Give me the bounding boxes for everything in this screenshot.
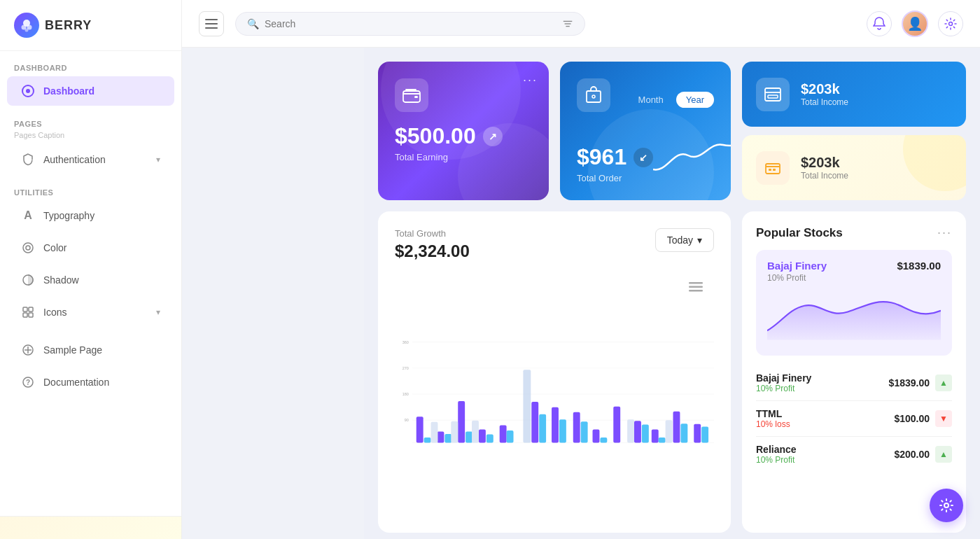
- order-header: Month Year: [577, 78, 714, 120]
- authentication-chevron-icon: ▾: [156, 155, 160, 164]
- svg-rect-65: [581, 421, 588, 442]
- app-name: BERRY: [45, 18, 92, 33]
- notification-button[interactable]: [867, 11, 892, 36]
- stock-info-reliance: Reliance 10% Profit: [756, 444, 797, 465]
- sidebar-bottom-widget: [0, 516, 181, 539]
- sidebar-item-sample-page[interactable]: Sample Page: [7, 335, 174, 365]
- sidebar-item-color[interactable]: Color: [7, 233, 174, 262]
- stock-row-ttml: TTML 10% loss $100.00 ▼: [756, 401, 952, 437]
- stock-right-bajaj: $1839.00 ▲: [889, 374, 952, 391]
- chart-menu-icon[interactable]: [689, 282, 703, 295]
- sidebar-logo: BERRY: [0, 0, 181, 51]
- bar-chart-svg: 360 270 180 90: [395, 275, 714, 513]
- income1-text: $203k Total Income: [801, 81, 848, 107]
- svg-rect-74: [673, 412, 680, 443]
- dashboard-icon: [21, 84, 35, 98]
- svg-rect-48: [437, 432, 444, 443]
- svg-rect-10: [29, 307, 33, 312]
- svg-rect-67: [600, 438, 607, 442]
- card-earning-more[interactable]: ···: [523, 73, 538, 88]
- order-mini-chart: [653, 134, 731, 183]
- topbar-right: 👤: [867, 10, 963, 37]
- svg-text:270: 270: [402, 366, 409, 370]
- settings-button[interactable]: [938, 11, 963, 36]
- featured-stock-name: Bajaj Finery: [767, 260, 827, 272]
- svg-point-3: [25, 29, 29, 32]
- svg-rect-31: [766, 164, 780, 174]
- stock-trend-down-icon: ▼: [935, 410, 952, 427]
- stock-price-bajaj: $1839.00: [889, 377, 930, 388]
- card-total-earning: ··· $500.00 ↗ Total Earning: [378, 62, 549, 200]
- stocks-title: Popular Stocks: [756, 226, 843, 240]
- order-label: Total Order: [577, 173, 653, 183]
- shadow-icon: [21, 273, 35, 287]
- filter-icon[interactable]: [562, 18, 573, 29]
- order-amount: $961 ↙: [577, 144, 653, 170]
- svg-rect-19: [205, 23, 218, 24]
- user-avatar[interactable]: 👤: [902, 10, 928, 37]
- order-icon: [577, 78, 610, 112]
- sidebar-item-icons[interactable]: Icons ▾: [7, 298, 174, 327]
- card-income-1: $203k Total Income: [742, 62, 966, 127]
- svg-rect-75: [666, 420, 673, 442]
- svg-rect-62: [552, 407, 559, 443]
- sidebar: BERRY Dashboard Dashboard Pages Pages Ca…: [0, 0, 182, 539]
- sidebar-item-shadow[interactable]: Shadow: [7, 265, 174, 295]
- sidebar-item-documentation[interactable]: ? Documentation: [7, 368, 174, 397]
- stock-trend-up-icon: ▲: [935, 374, 952, 391]
- stock-trend-up-reliance-icon: ▲: [935, 446, 952, 463]
- svg-text:180: 180: [402, 392, 409, 396]
- svg-rect-47: [424, 438, 431, 442]
- card-total-order: Month Year $961 ↙ Total Order: [560, 62, 731, 200]
- svg-rect-56: [472, 421, 479, 443]
- svg-text:360: 360: [402, 340, 409, 344]
- chart-value: $2,324.00: [395, 241, 470, 261]
- stock-name-reliance: Reliance: [756, 444, 797, 455]
- stock-info-bajaj: Bajaj Finery 10% Profit: [756, 372, 811, 393]
- chart-header: Total Growth $2,324.00 Today ▾: [395, 228, 714, 261]
- search-icon: 🔍: [247, 18, 259, 29]
- authentication-icon: [21, 153, 35, 167]
- sidebar-item-typography-label: Typography: [43, 210, 94, 221]
- chart-card: Total Growth $2,324.00 Today ▾: [378, 211, 731, 533]
- sidebar-item-authentication[interactable]: Authentication ▾: [7, 145, 174, 174]
- svg-point-6: [23, 243, 33, 253]
- svg-rect-52: [465, 432, 472, 443]
- earning-amount: $500.00 ↗: [395, 123, 532, 149]
- svg-rect-35: [689, 286, 703, 288]
- featured-stock-card: Bajaj Finery $1839.00 10% Profit: [756, 250, 952, 356]
- sidebar-item-typography[interactable]: A Typography: [7, 201, 174, 230]
- sidebar-item-dashboard-label: Dashboard: [43, 85, 94, 97]
- sidebar-item-dashboard[interactable]: Dashboard: [7, 76, 174, 106]
- menu-button[interactable]: [199, 11, 224, 36]
- svg-rect-68: [613, 407, 620, 443]
- card-right-col: $203k Total Income $203k Total Income: [742, 62, 966, 200]
- tab-year[interactable]: Year: [676, 92, 714, 108]
- pages-section-label: Pages: [0, 107, 181, 131]
- sidebar-item-authentication-label: Authentication: [43, 154, 106, 165]
- bottom-row: Total Growth $2,324.00 Today ▾: [378, 211, 966, 533]
- svg-rect-76: [680, 424, 687, 442]
- fab-settings-button[interactable]: [930, 489, 963, 522]
- svg-rect-66: [593, 430, 600, 443]
- svg-rect-69: [634, 421, 641, 442]
- search-input[interactable]: [265, 18, 556, 29]
- svg-rect-64: [573, 412, 580, 443]
- svg-rect-70: [627, 419, 634, 442]
- svg-rect-50: [431, 422, 438, 443]
- stock-profit-reliance: 10% Profit: [756, 455, 797, 465]
- stock-name-bajaj: Bajaj Finery: [756, 372, 811, 384]
- svg-rect-54: [479, 430, 486, 443]
- period-button[interactable]: Today ▾: [655, 228, 714, 252]
- svg-rect-78: [701, 427, 708, 443]
- income1-label: Total Income: [801, 97, 848, 107]
- svg-rect-29: [765, 88, 780, 101]
- income2-text: $203k Total Income: [801, 155, 848, 181]
- svg-rect-58: [507, 430, 514, 442]
- trend-up-icon: ↗: [483, 127, 503, 146]
- svg-rect-46: [416, 416, 424, 442]
- wallet-icon: [395, 78, 428, 112]
- tab-month[interactable]: Month: [629, 92, 673, 108]
- stocks-more-button[interactable]: ···: [937, 225, 952, 240]
- svg-point-5: [26, 89, 30, 93]
